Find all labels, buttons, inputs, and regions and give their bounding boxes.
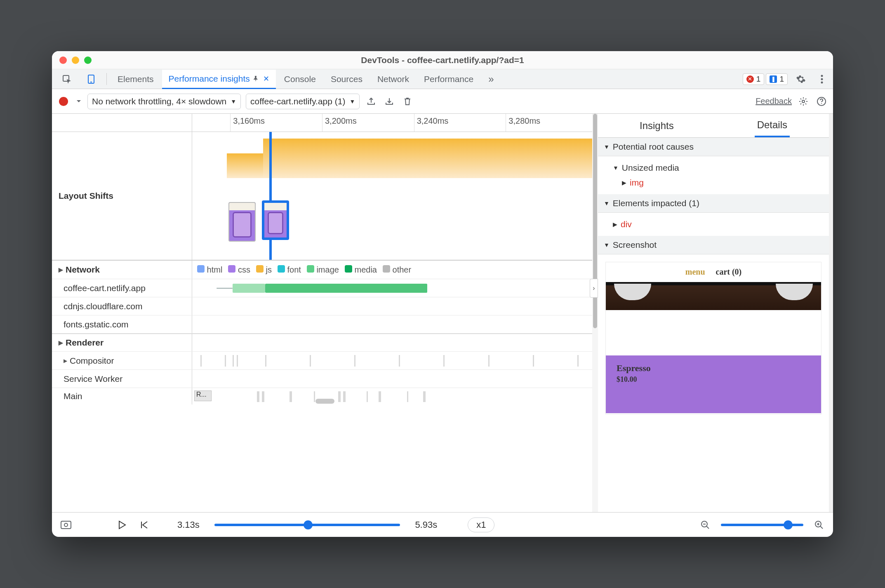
chevron-down-icon: ▼ [349, 98, 355, 105]
errors-badge[interactable]: ✕ 1 [743, 73, 765, 85]
insights-settings-button[interactable] [797, 95, 810, 108]
chevron-down-icon: ▼ [604, 143, 610, 150]
error-icon: ✕ [746, 75, 754, 83]
window-title: DevTools - coffee-cart.netlify.app/?ad=1 [52, 55, 833, 65]
thread-label[interactable]: ▶Compositor [52, 352, 192, 369]
thread-row: Service Worker [52, 370, 598, 388]
horizontal-scrollbar[interactable] [315, 399, 334, 404]
main-track[interactable]: R... [192, 388, 598, 405]
issue-icon: ❚ [770, 75, 777, 83]
tab-performance-insights[interactable]: Performance insights ✕ [162, 70, 276, 89]
errors-count: 1 [756, 75, 761, 84]
delete-button[interactable] [401, 95, 414, 108]
tab-insights[interactable]: Insights [637, 115, 676, 136]
zoom-window-button[interactable] [84, 56, 92, 64]
network-host-label[interactable]: cdnjs.cloudflare.com [52, 297, 192, 315]
tab-console[interactable]: Console [278, 69, 322, 89]
network-host-label[interactable]: fonts.gstatic.com [52, 315, 192, 333]
panel-expand-handle[interactable]: › [590, 279, 598, 298]
playhead[interactable] [269, 132, 272, 260]
recording-select[interactable]: coffee-cart.netlify.app (1) ▼ [246, 94, 360, 109]
device-toggle-button[interactable] [80, 69, 102, 89]
svg-line-13 [706, 526, 709, 529]
preview-product-name: Espresso [617, 363, 810, 374]
settings-button[interactable] [789, 69, 812, 89]
thread-label[interactable]: Service Worker [52, 370, 192, 388]
network-track[interactable] [192, 279, 598, 297]
screenshot-header[interactable]: ▼ Screenshot [598, 236, 829, 254]
issues-badge[interactable]: ❚ 1 [766, 73, 788, 85]
tick: 3,200ms [322, 114, 414, 132]
minimize-window-button[interactable] [72, 56, 79, 64]
time-slider[interactable] [214, 524, 400, 526]
cls-region-2[interactable] [263, 139, 598, 178]
unsized-media-child[interactable]: ▶ img [613, 175, 823, 190]
inspect-element-button[interactable] [55, 69, 78, 89]
pin-icon [252, 75, 259, 82]
time-end: 5.93s [415, 520, 437, 530]
close-window-button[interactable] [59, 56, 67, 64]
unsized-media-item[interactable]: ▼ Unsized media [613, 160, 823, 175]
svg-point-6 [802, 100, 805, 103]
tab-sources[interactable]: Sources [324, 69, 369, 89]
tab-performance[interactable]: Performance [417, 69, 480, 89]
root-causes-header[interactable]: ▼ Potential root causes [598, 138, 829, 156]
playback-footer: 3.13s 5.93s x1 [52, 512, 833, 537]
layout-shift-thumb-1[interactable] [228, 202, 256, 242]
thread-label[interactable]: Main [52, 388, 192, 405]
zoom-slider[interactable] [721, 524, 803, 526]
play-button[interactable] [115, 518, 129, 532]
compositor-track[interactable] [192, 352, 598, 369]
export-button[interactable] [365, 95, 378, 108]
net-request-whisker[interactable] [217, 288, 233, 289]
impacted-element[interactable]: ▶ div [613, 217, 823, 232]
tab-elements[interactable]: Elements [111, 69, 160, 89]
net-request-image[interactable] [265, 284, 427, 293]
vertical-scrollbar[interactable] [592, 114, 598, 512]
zoom-in-button[interactable] [812, 518, 826, 532]
network-label[interactable]: ▶Network [52, 261, 192, 279]
elements-impacted-header[interactable]: ▼ Elements impacted (1) [598, 194, 829, 213]
legend-other-swatch [383, 265, 390, 273]
panel-tabstrip: Elements Performance insights ✕ Console … [52, 69, 833, 89]
network-host-label[interactable]: coffee-cart.netlify.app [52, 279, 192, 297]
divider [106, 73, 107, 85]
network-host-row: fonts.gstatic.com [52, 315, 598, 334]
root-causes-body: ▼ Unsized media ▶ img [598, 156, 829, 194]
layout-shift-thumb-2-selected[interactable] [262, 200, 289, 240]
legend-html-swatch [197, 265, 205, 273]
time-ruler[interactable]: 3,160ms 3,200ms 3,240ms 3,280ms [52, 114, 598, 132]
chevron-down-icon: ▼ [604, 200, 610, 207]
insights-toolbar: No network throttling, 4× slowdown ▼ cof… [52, 89, 833, 114]
renderer-label[interactable]: ▶Renderer [52, 334, 192, 351]
cls-region-1[interactable] [227, 153, 263, 178]
kebab-menu-button[interactable] [814, 69, 830, 89]
legend-image-swatch [307, 265, 314, 273]
seek-start-button[interactable] [138, 518, 151, 532]
tab-network[interactable]: Network [371, 69, 416, 89]
layout-shifts-track[interactable] [192, 132, 598, 260]
network-track[interactable] [192, 297, 598, 315]
thread-row: ▶Compositor [52, 352, 598, 370]
playback-speed[interactable]: x1 [468, 517, 494, 532]
more-tabs-button[interactable]: » [482, 69, 500, 89]
close-tab-button[interactable]: ✕ [263, 74, 269, 83]
timeline-panel: 3,160ms 3,200ms 3,240ms 3,280ms Layout S… [52, 114, 598, 512]
service-worker-track[interactable] [192, 370, 598, 388]
main-area: 3,160ms 3,200ms 3,240ms 3,280ms Layout S… [52, 114, 833, 512]
zoom-out-button[interactable] [699, 518, 712, 532]
record-menu-button[interactable] [75, 95, 82, 108]
details-panel: Insights Details ▼ Potential root causes… [598, 114, 833, 512]
devtools-window: DevTools - coffee-cart.netlify.app/?ad=1… [52, 51, 833, 537]
legend-media-swatch [345, 265, 352, 273]
net-request-image-light[interactable] [233, 284, 265, 293]
preview-toggle-button[interactable] [59, 518, 73, 532]
record-button[interactable] [57, 95, 70, 108]
throttling-select[interactable]: No network throttling, 4× slowdown ▼ [87, 94, 241, 109]
import-button[interactable] [383, 95, 396, 108]
network-track[interactable] [192, 315, 598, 333]
tab-details[interactable]: Details [755, 114, 790, 137]
help-button[interactable] [815, 95, 828, 108]
feedback-link[interactable]: Feedback [756, 96, 792, 106]
legend-font-swatch [278, 265, 285, 273]
